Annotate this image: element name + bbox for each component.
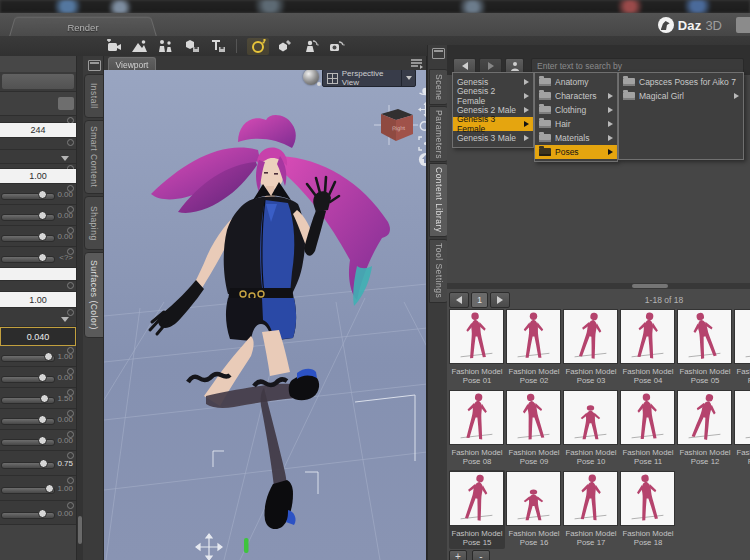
camera-capture-icon[interactable] (325, 38, 347, 55)
pose-item[interactable]: Fashion ModelPose 10 (563, 389, 619, 468)
slider-handle[interactable] (45, 484, 54, 493)
tab-shaping[interactable]: Shaping (84, 196, 104, 250)
slider-handle[interactable] (40, 394, 49, 403)
param-slider[interactable]: 0.00 (0, 430, 76, 451)
menu-item[interactable]: Genesis 3 Male (453, 131, 533, 145)
param-options-icon[interactable] (67, 139, 74, 146)
param-options-icon[interactable] (67, 477, 74, 484)
add-figures-icon[interactable] (154, 38, 176, 55)
scrollbar-handle[interactable] (78, 516, 82, 544)
tab-parameters[interactable]: Parameters (429, 106, 449, 162)
tab-install[interactable]: Install (84, 74, 104, 118)
active-pose-tool-icon[interactable] (247, 38, 269, 55)
pose-item-selected[interactable]: Fashion ModelPose 15 (449, 470, 505, 549)
pose-item[interactable]: Fashion ModelPose 05 (677, 308, 733, 387)
slider-handle[interactable] (38, 211, 47, 220)
pose-item[interactable]: Fashion ModelPose 03 (563, 308, 619, 387)
character-transfer-icon[interactable] (299, 38, 321, 55)
menu-item[interactable]: Hair (535, 117, 617, 131)
pose-item[interactable]: Fashion ModelPose 09 (506, 389, 562, 468)
menu-item[interactable]: Materials (535, 131, 617, 145)
pose-item[interactable]: Fashion ModelPose 08 (449, 389, 505, 468)
param-slider[interactable]: 0.00 (0, 205, 76, 226)
param-options-icon[interactable] (67, 309, 74, 316)
param-options-icon[interactable] (67, 502, 74, 509)
pose-item[interactable]: Fashion ModelPose 17 (563, 470, 619, 549)
param-slider[interactable]: 1.00 (0, 476, 76, 501)
param-slider[interactable]: 1.50 (0, 388, 76, 409)
pose-item[interactable]: Fashion ModelPose 01 (449, 308, 505, 387)
param-slider[interactable]: 0.00 (0, 226, 76, 247)
pose-item[interactable]: Fashion ModelPose 04 (620, 308, 676, 387)
slider-handle[interactable] (38, 253, 47, 262)
pose-item[interactable]: Fashion ModelPose 06 (734, 308, 750, 387)
dock-panel-icon[interactable] (88, 60, 101, 71)
prev-page-button[interactable] (449, 292, 469, 308)
slider-handle[interactable] (38, 232, 47, 241)
viewport-tab[interactable]: Viewport (108, 57, 156, 71)
tab-tool-settings[interactable]: Tool Settings (429, 239, 449, 303)
character-render[interactable] (150, 115, 390, 529)
view-cube[interactable]: Right (374, 103, 418, 147)
translate-gizmo-icon[interactable] (196, 534, 222, 560)
panel-button-band[interactable] (0, 72, 76, 92)
param-value-field[interactable]: 1.00 (0, 169, 76, 184)
window-corner-button[interactable] (736, 17, 750, 33)
param-slider[interactable]: 0.00 (0, 409, 76, 430)
save-support-asset-icon[interactable] (206, 38, 228, 55)
pane-menu-icon[interactable] (410, 58, 423, 69)
new-scene-camera-icon[interactable] (102, 38, 124, 55)
slider-handle[interactable] (38, 436, 47, 445)
param-dropdown[interactable] (0, 150, 76, 164)
param-value-field[interactable]: 244 (0, 123, 76, 138)
slider-handle[interactable] (38, 373, 47, 382)
tab-scene[interactable]: Scene (429, 69, 449, 105)
param-value-field[interactable] (0, 268, 76, 281)
pose-item[interactable]: Fashion ModelPose 02 (506, 308, 562, 387)
viewport-3d[interactable]: Right Perspective View (104, 70, 427, 560)
slider-handle[interactable] (38, 190, 47, 199)
slider-handle[interactable] (39, 459, 48, 468)
tab-content-library[interactable]: Content Library (429, 163, 449, 237)
pose-item[interactable]: Fashion ModelPose 18 (620, 470, 676, 549)
shader-apply-icon[interactable] (273, 38, 295, 55)
param-options-icon[interactable] (67, 282, 74, 289)
draw-style-sphere-icon[interactable] (303, 70, 319, 85)
param-highlighted-field[interactable]: 0.040 (0, 327, 76, 346)
zoom-in-button[interactable]: + (449, 550, 467, 560)
menu-item[interactable]: Magical Girl (619, 89, 743, 103)
slider-handle[interactable] (38, 509, 47, 518)
param-slider[interactable]: 1.00 (0, 346, 76, 367)
zoom-out-button[interactable]: - (472, 550, 490, 560)
param-slider[interactable]: <?> (0, 247, 76, 268)
render-tab[interactable]: Render (9, 17, 157, 37)
menu-item[interactable]: Clothing (535, 103, 617, 117)
tab-surfaces-color[interactable]: Surfaces (Color) (84, 252, 104, 338)
page-number-field[interactable]: 1 (471, 292, 488, 308)
param-slider[interactable]: 0.00 (0, 184, 76, 205)
pose-item[interactable]: Fashion ModelPose 16 (506, 470, 562, 549)
save-asset-icon[interactable] (180, 38, 202, 55)
param-dropdown[interactable] (0, 308, 76, 327)
view-selector[interactable]: Perspective View (322, 70, 416, 87)
param-slider[interactable]: 0.00 (0, 501, 76, 525)
next-page-button[interactable] (490, 292, 510, 308)
render-image-icon[interactable] (128, 38, 150, 55)
pose-item[interactable]: Fashion ModelPose 12 (677, 389, 733, 468)
slider-handle[interactable] (44, 352, 53, 361)
param-value-field[interactable]: 1.00 (0, 292, 76, 308)
menu-item[interactable]: Anatomy (535, 75, 617, 89)
results-horizontal-scrollbar[interactable] (447, 283, 750, 289)
param-slider[interactable]: 0.75 (0, 451, 76, 476)
menu-item-selected[interactable]: Poses (535, 145, 617, 159)
view-selector-dropdown[interactable] (401, 70, 415, 86)
pose-item[interactable]: Fashion ModelPose 11 (620, 389, 676, 468)
dock-panel-icon[interactable] (432, 48, 445, 59)
param-row-button[interactable] (0, 92, 76, 116)
tab-smart-content[interactable]: Smart Content (84, 120, 104, 194)
param-slider[interactable]: 0.00 (0, 367, 76, 388)
left-panel-scrollbar[interactable] (76, 56, 83, 560)
param-options-icon[interactable] (67, 452, 74, 459)
pose-item[interactable]: Fashion ModelPose 13 (734, 389, 750, 468)
menu-item[interactable]: Capsces Poses for Aiko 7 (619, 75, 743, 89)
